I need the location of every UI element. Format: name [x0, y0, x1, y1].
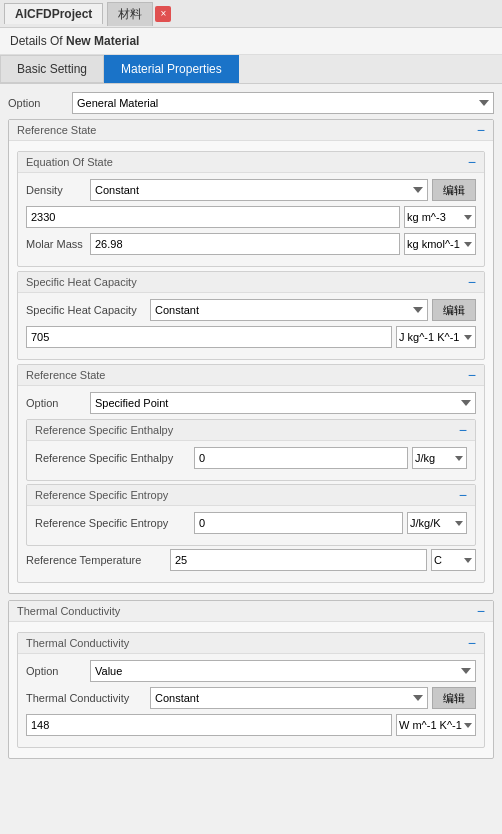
specific-heat-label: Specific Heat Capacity: [26, 276, 137, 288]
molar-mass-row: Molar Mass kg kmol^-1: [26, 233, 476, 255]
thermal-conductivity-inner-collapse[interactable]: −: [468, 636, 476, 650]
ref-enthalpy-field-label: Reference Specific Enthalpy: [35, 452, 190, 464]
thermal-conductivity-inner-body: Option Value Thermal Conductivity Consta…: [18, 654, 484, 747]
specific-heat-input[interactable]: [26, 326, 392, 348]
main-content: Option General Material Reference State …: [0, 84, 502, 773]
ref-specific-enthalpy-collapse[interactable]: −: [459, 423, 467, 437]
molar-mass-label: Molar Mass: [26, 238, 86, 250]
specific-heat-select-row: Specific Heat Capacity Constant 编辑: [26, 299, 476, 321]
ref-enthalpy-row: Reference Specific Enthalpy J/kg: [35, 447, 467, 469]
details-header: Details Of New Material: [0, 28, 502, 55]
specific-heat-title: Specific Heat Capacity −: [18, 272, 484, 293]
reference-state-outer-title: Reference State −: [9, 120, 493, 141]
project-tab[interactable]: AICFDProject: [4, 3, 103, 24]
density-select[interactable]: Constant: [90, 179, 428, 201]
ref-temperature-label: Reference Temperature: [26, 554, 166, 566]
ref-specific-enthalpy-section: Reference Specific Enthalpy − Reference …: [26, 419, 476, 481]
thermal-conductivity-outer-collapse[interactable]: −: [477, 604, 485, 618]
reference-state-outer-label: Reference State: [17, 124, 97, 136]
tc-option-select[interactable]: Value: [90, 660, 476, 682]
ref-temperature-row: Reference Temperature C: [26, 549, 476, 571]
option-label: Option: [8, 97, 68, 109]
specific-heat-select[interactable]: Constant: [150, 299, 428, 321]
equation-of-state-collapse[interactable]: −: [468, 155, 476, 169]
tc-unit-select[interactable]: W m^-1 K^-1: [396, 714, 476, 736]
ref-entropy-field-label: Reference Specific Entropy: [35, 517, 190, 529]
density-unit-select[interactable]: kg m^-3: [404, 206, 476, 228]
tc-input[interactable]: [26, 714, 392, 736]
material-name: New Material: [66, 34, 139, 48]
ref-specific-enthalpy-label: Reference Specific Enthalpy: [35, 424, 173, 436]
ref-specific-enthalpy-title: Reference Specific Enthalpy −: [27, 420, 475, 441]
ref-temperature-input[interactable]: [170, 549, 427, 571]
specific-heat-section: Specific Heat Capacity − Specific Heat C…: [17, 271, 485, 360]
specific-heat-field-label: Specific Heat Capacity: [26, 304, 146, 316]
specific-heat-unit-select[interactable]: J kg^-1 K^-1: [396, 326, 476, 348]
tc-input-wrapper: [26, 714, 392, 736]
density-input[interactable]: [26, 206, 400, 228]
molar-mass-input[interactable]: [90, 233, 400, 255]
ref-entropy-input[interactable]: [194, 512, 403, 534]
thermal-conductivity-inner-section: Thermal Conductivity − Option Value Ther…: [17, 632, 485, 748]
ref-enthalpy-unit-select[interactable]: J/kg: [412, 447, 467, 469]
tc-select-row: Thermal Conductivity Constant 编辑: [26, 687, 476, 709]
ref-enthalpy-input[interactable]: [194, 447, 408, 469]
reference-state-outer-collapse[interactable]: −: [477, 123, 485, 137]
ref-specific-entropy-section: Reference Specific Entropy − Reference S…: [26, 484, 476, 546]
density-row: Density Constant 编辑: [26, 179, 476, 201]
details-prefix: Details Of: [10, 34, 63, 48]
equation-of-state-label: Equation Of State: [26, 156, 113, 168]
tc-edit-button[interactable]: 编辑: [432, 687, 476, 709]
tab-row: Basic Setting Material Properties: [0, 55, 502, 84]
tab-material-properties[interactable]: Material Properties: [104, 55, 239, 83]
thermal-conductivity-outer-section: Thermal Conductivity − Thermal Conductiv…: [8, 600, 494, 759]
density-input-wrapper: [26, 206, 400, 228]
reference-state-outer-body: Equation Of State − Density Constant 编辑: [9, 141, 493, 593]
tc-option-row: Option Value: [26, 660, 476, 682]
thermal-conductivity-outer-body: Thermal Conductivity − Option Value Ther…: [9, 622, 493, 758]
tab-basic-setting[interactable]: Basic Setting: [0, 55, 104, 83]
tc-field-label: Thermal Conductivity: [26, 692, 146, 704]
specific-heat-body: Specific Heat Capacity Constant 编辑 J kg^…: [18, 293, 484, 359]
molar-mass-unit-select[interactable]: kg kmol^-1: [404, 233, 476, 255]
ref-specific-entropy-body: Reference Specific Entropy J/kg/K: [27, 506, 475, 545]
tc-value-row: W m^-1 K^-1: [26, 714, 476, 736]
reference-state-outer-section: Reference State − Equation Of State − De…: [8, 119, 494, 594]
title-bar: AICFDProject 材料 ×: [0, 0, 502, 28]
inner-option-label: Option: [26, 397, 86, 409]
option-row: Option General Material: [8, 92, 494, 114]
reference-state-inner-title: Reference State −: [18, 365, 484, 386]
material-tab-close[interactable]: ×: [155, 6, 171, 22]
reference-state-inner-collapse[interactable]: −: [468, 368, 476, 382]
equation-of-state-section: Equation Of State − Density Constant 编辑: [17, 151, 485, 267]
tc-select[interactable]: Constant: [150, 687, 428, 709]
ref-entropy-unit-select[interactable]: J/kg/K: [407, 512, 467, 534]
ref-specific-entropy-title: Reference Specific Entropy −: [27, 485, 475, 506]
inner-option-select[interactable]: Specified Point: [90, 392, 476, 414]
density-edit-button[interactable]: 编辑: [432, 179, 476, 201]
density-value-row: kg m^-3: [26, 206, 476, 228]
reference-state-inner-body: Option Specified Point Reference Specifi…: [18, 386, 484, 582]
material-tab[interactable]: 材料: [107, 2, 153, 26]
thermal-conductivity-outer-label: Thermal Conductivity: [17, 605, 120, 617]
specific-heat-value-row: J kg^-1 K^-1: [26, 326, 476, 348]
thermal-conductivity-inner-title: Thermal Conductivity −: [18, 633, 484, 654]
equation-of-state-body: Density Constant 编辑 kg m^-3: [18, 173, 484, 266]
ref-specific-enthalpy-body: Reference Specific Enthalpy J/kg: [27, 441, 475, 480]
equation-of-state-title: Equation Of State −: [18, 152, 484, 173]
option-select[interactable]: General Material: [72, 92, 494, 114]
density-label: Density: [26, 184, 86, 196]
tc-option-label: Option: [26, 665, 86, 677]
inner-option-row: Option Specified Point: [26, 392, 476, 414]
reference-state-inner-label: Reference State: [26, 369, 106, 381]
ref-entropy-row: Reference Specific Entropy J/kg/K: [35, 512, 467, 534]
specific-heat-edit-button[interactable]: 编辑: [432, 299, 476, 321]
reference-state-inner-section: Reference State − Option Specified Point: [17, 364, 485, 583]
ref-specific-entropy-collapse[interactable]: −: [459, 488, 467, 502]
specific-heat-collapse[interactable]: −: [468, 275, 476, 289]
ref-specific-entropy-label: Reference Specific Entropy: [35, 489, 168, 501]
ref-temperature-unit-select[interactable]: C: [431, 549, 476, 571]
thermal-conductivity-inner-label: Thermal Conductivity: [26, 637, 129, 649]
thermal-conductivity-outer-title: Thermal Conductivity −: [9, 601, 493, 622]
specific-heat-input-wrapper: [26, 326, 392, 348]
